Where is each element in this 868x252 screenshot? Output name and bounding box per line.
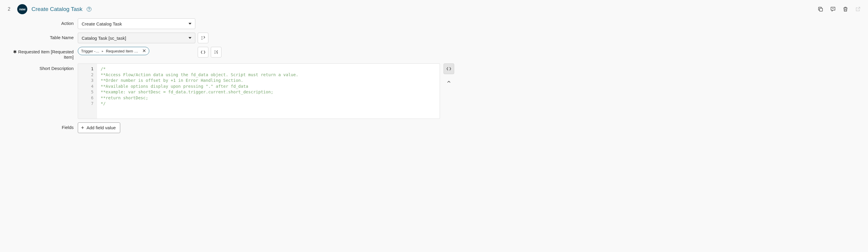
action-label: Action	[6, 19, 73, 26]
step-title[interactable]: Create Catalog Task	[31, 6, 83, 12]
requested-item-label: ✱ Requested Item [Requested Item]	[6, 47, 73, 60]
chevron-down-icon	[188, 23, 191, 25]
step-number: 2	[6, 6, 13, 12]
pill-segment: Requested Item …	[106, 49, 138, 53]
table-name-label: Table Name	[6, 33, 73, 40]
table-name-select[interactable]: Catalog Task [sc_task]	[78, 33, 195, 43]
step-header: 2 now Create Catalog Task ?	[6, 2, 862, 19]
data-pill-picker-icon[interactable]	[211, 47, 221, 58]
pill-segment: Trigger -…	[81, 49, 99, 53]
help-icon[interactable]: ?	[87, 7, 91, 11]
table-reference-icon[interactable]	[198, 33, 208, 43]
collapse-icon[interactable]	[443, 76, 454, 87]
short-description-label: Short Description	[6, 64, 73, 71]
add-note-icon[interactable]	[829, 5, 837, 13]
delete-icon[interactable]	[841, 5, 849, 13]
svg-rect-0	[819, 8, 823, 11]
code-content[interactable]: /* **Access Flow/Action data using the f…	[97, 64, 440, 118]
app-logo: now	[17, 4, 27, 14]
script-toggle-icon[interactable]	[443, 64, 454, 74]
data-pill[interactable]: Trigger -… ▸ Requested Item … ✕	[78, 47, 149, 55]
action-select[interactable]: Create Catalog Task	[78, 19, 195, 29]
caret-right-icon: ▸	[102, 49, 103, 53]
plus-icon: +	[81, 125, 84, 131]
line-gutter: 1234567	[78, 64, 97, 118]
chevron-down-icon	[188, 37, 191, 39]
pill-remove-icon[interactable]: ✕	[142, 49, 146, 53]
open-external-icon	[854, 5, 862, 13]
script-editor[interactable]: 1234567 /* **Access Flow/Action data usi…	[78, 64, 440, 119]
add-field-value-button[interactable]: + Add field value	[78, 122, 120, 133]
fields-label: Fields	[6, 122, 73, 130]
copy-icon[interactable]	[816, 5, 825, 13]
script-toggle-icon[interactable]	[198, 47, 208, 58]
